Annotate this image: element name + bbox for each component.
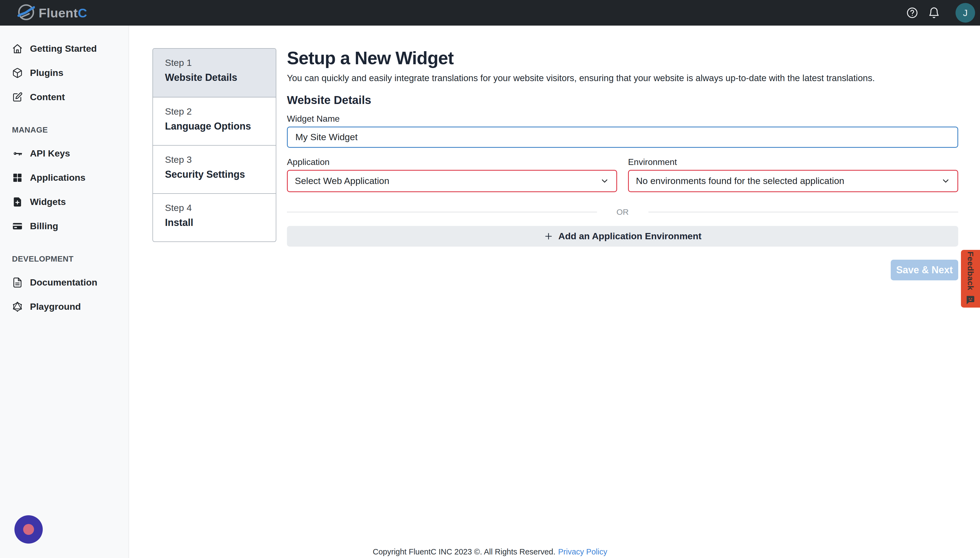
step-number: Step 4 xyxy=(165,202,276,213)
step-number: Step 1 xyxy=(165,57,276,68)
sidebar: Getting Started Plugins Content MANAGE xyxy=(0,26,129,558)
sidebar-item-getting-started[interactable]: Getting Started xyxy=(0,36,128,61)
add-environment-label: Add an Application Environment xyxy=(558,231,701,241)
add-application-environment-button[interactable]: Add an Application Environment xyxy=(287,226,958,246)
step-number: Step 3 xyxy=(165,154,276,165)
privacy-policy-link[interactable]: Privacy Policy xyxy=(558,547,607,556)
sidebar-item-label: Widgets xyxy=(30,197,66,207)
sidebar-item-label: API Keys xyxy=(30,148,70,159)
topbar: FluentC J xyxy=(0,0,980,26)
application-select-value: Select Web Application xyxy=(295,176,389,186)
or-text: OR xyxy=(617,207,629,217)
step-title: Website Details xyxy=(165,72,276,83)
chat-widget-dot xyxy=(23,524,34,535)
copyright-text: Copyright FluentC INC 2023 ©. All Rights… xyxy=(373,547,555,556)
sidebar-item-label: Content xyxy=(30,92,65,102)
edit-icon xyxy=(12,92,23,103)
environment-label: Environment xyxy=(628,157,958,167)
sidebar-item-playground[interactable]: Playground xyxy=(0,294,128,319)
footer: Copyright FluentC INC 2023 ©. All Rights… xyxy=(0,547,980,556)
sidebar-item-label: Applications xyxy=(30,172,85,183)
sidebar-item-content[interactable]: Content xyxy=(0,85,128,109)
step-title: Language Options xyxy=(165,121,276,132)
user-avatar[interactable]: J xyxy=(955,3,975,23)
application-select[interactable]: Select Web Application xyxy=(287,170,617,192)
environment-select-value: No environments found for the selected a… xyxy=(636,176,844,186)
step-3-security-settings[interactable]: Step 3 Security Settings xyxy=(153,145,276,193)
or-divider: OR xyxy=(287,207,958,217)
step-1-website-details[interactable]: Step 1 Website Details xyxy=(153,49,276,97)
main-content: Setup a New Widget You can quickly and e… xyxy=(287,48,958,281)
application-label: Application xyxy=(287,157,617,167)
sidebar-item-label: Billing xyxy=(30,221,58,231)
step-number: Step 2 xyxy=(165,106,276,117)
environment-select[interactable]: No environments found for the selected a… xyxy=(628,170,958,192)
chevron-down-icon xyxy=(600,176,609,185)
sidebar-item-label: Plugins xyxy=(30,67,63,78)
brand-logo[interactable]: FluentC xyxy=(17,3,87,22)
step-title: Install xyxy=(165,217,276,228)
feedback-tab[interactable]: Feedback xyxy=(961,250,980,308)
step-2-language-options[interactable]: Step 2 Language Options xyxy=(153,97,276,145)
feedback-label: Feedback xyxy=(966,251,975,290)
home-icon xyxy=(12,43,23,54)
sidebar-item-api-keys[interactable]: API Keys xyxy=(0,141,128,166)
sidebar-item-applications[interactable]: Applications xyxy=(0,166,128,190)
section-heading-website-details: Website Details xyxy=(287,94,958,107)
package-icon xyxy=(12,67,23,79)
page-title: Setup a New Widget xyxy=(287,48,958,68)
sidebar-item-label: Playground xyxy=(30,301,81,312)
sidebar-item-billing[interactable]: Billing xyxy=(0,214,128,238)
grid-icon xyxy=(12,172,23,183)
sidebar-item-plugins[interactable]: Plugins xyxy=(0,61,128,85)
topbar-actions: J xyxy=(906,3,975,23)
chevron-down-icon xyxy=(941,176,950,185)
plus-icon xyxy=(543,231,553,241)
widget-name-input[interactable] xyxy=(287,126,958,148)
sidebar-item-documentation[interactable]: Documentation xyxy=(0,270,128,294)
notifications-bell-icon[interactable] xyxy=(928,7,940,19)
sidebar-item-label: Documentation xyxy=(30,277,97,288)
graphql-icon xyxy=(12,301,23,312)
save-next-button[interactable]: Save & Next xyxy=(891,260,958,281)
file-plus-icon xyxy=(12,197,23,207)
file-text-icon xyxy=(12,277,23,288)
chat-widget-button[interactable] xyxy=(15,515,43,543)
step-4-install[interactable]: Step 4 Install xyxy=(153,193,276,241)
application-field: Application Select Web Application xyxy=(287,157,617,192)
sidebar-item-label: Getting Started xyxy=(30,43,97,54)
widget-name-label: Widget Name xyxy=(287,114,958,124)
sidebar-section-manage: MANAGE xyxy=(12,125,128,135)
environment-field: Environment No environments found for th… xyxy=(628,157,958,192)
credit-card-icon xyxy=(12,221,23,231)
step-title: Security Settings xyxy=(165,169,276,180)
brand-name: FluentC xyxy=(39,5,87,20)
help-icon[interactable] xyxy=(906,7,918,19)
key-icon xyxy=(12,148,23,159)
fluentc-logo-icon xyxy=(17,3,35,22)
page-description: You can quickly and easily integrate tra… xyxy=(287,73,958,83)
wizard-steps-panel: Step 1 Website Details Step 2 Language O… xyxy=(153,48,276,242)
sidebar-item-widgets[interactable]: Widgets xyxy=(0,190,128,214)
feedback-smiley-icon xyxy=(965,294,976,306)
sidebar-section-development: DEVELOPMENT xyxy=(12,254,128,264)
